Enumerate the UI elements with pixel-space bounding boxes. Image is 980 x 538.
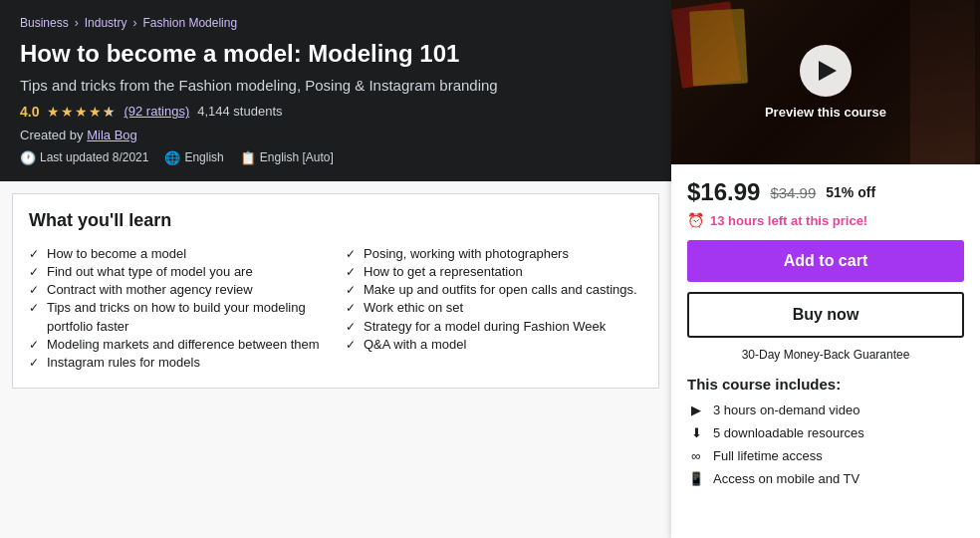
- check-icon: ✓: [29, 300, 39, 317]
- list-item: ∞ Full lifetime access: [687, 448, 964, 463]
- preview-image: Preview this course: [671, 0, 980, 164]
- list-item: 📱 Access on mobile and TV: [687, 471, 964, 486]
- download-icon: ⬇: [687, 425, 705, 440]
- includes-list: ▶ 3 hours on-demand video ⬇ 5 downloadab…: [687, 403, 964, 486]
- learn-item-text: Tips and tricks on how to build your mod…: [47, 299, 326, 335]
- list-item: ✓ Strategy for a model during Fashion We…: [346, 318, 642, 336]
- alarm-icon: ⏰: [687, 212, 704, 228]
- star-1: ★: [47, 104, 60, 120]
- breadcrumb-current: Fashion Modeling: [142, 16, 237, 30]
- learn-item-text: Contract with mother agency review: [47, 281, 253, 299]
- hero-section: Business › Industry › Fashion Modeling H…: [0, 0, 671, 181]
- sidebar: Preview this course $16.99 $34.99 51% of…: [671, 0, 980, 538]
- breadcrumb-industry[interactable]: Industry: [85, 16, 127, 30]
- rating-number: 4.0: [20, 104, 39, 120]
- list-item: ✓ Make up and outfits for open calls and…: [346, 281, 642, 299]
- list-item: ⬇ 5 downloadable resources: [687, 425, 964, 440]
- learn-item-text: Work ethic on set: [364, 299, 463, 317]
- includes-item-text: 5 downloadable resources: [713, 425, 864, 440]
- check-icon: ✓: [346, 319, 356, 336]
- check-icon: ✓: [29, 355, 39, 372]
- original-price: $34.99: [770, 184, 816, 201]
- globe-icon: 🌐: [164, 150, 180, 165]
- list-item: ✓ Instagram rules for models: [29, 354, 326, 372]
- star-half: ★★: [103, 104, 116, 120]
- add-to-cart-button[interactable]: Add to cart: [687, 240, 964, 282]
- includes-item-text: Full lifetime access: [713, 448, 823, 463]
- sidebar-body: $16.99 $34.99 51% off ⏰ 13 hours left at…: [671, 164, 980, 508]
- clock-icon: 🕐: [20, 150, 36, 165]
- meta-captions: 📋 English [Auto]: [240, 150, 334, 165]
- list-item: ✓ Find out what type of model you are: [29, 263, 326, 281]
- learn-item-text: How to get a representation: [364, 263, 523, 281]
- course-title: How to become a model: Modeling 101: [20, 40, 651, 69]
- buy-now-button[interactable]: Buy now: [687, 292, 964, 338]
- meta-language: 🌐 English: [164, 150, 223, 165]
- course-subtitle: Tips and tricks from the Fashion modelin…: [20, 77, 651, 94]
- creator-link[interactable]: Mila Bog: [87, 128, 137, 142]
- check-icon: ✓: [29, 282, 39, 299]
- list-item: ✓ Posing, working with photographers: [346, 245, 642, 263]
- learn-item-text: Posing, working with photographers: [364, 245, 569, 263]
- includes-title: This course includes:: [687, 376, 964, 393]
- star-2: ★: [61, 104, 74, 120]
- learn-column-left: ✓ How to become a model ✓ Find out what …: [29, 245, 326, 372]
- creator-label: Created by: [20, 128, 84, 142]
- current-price: $16.99: [687, 178, 760, 206]
- caption-icon: 📋: [240, 150, 256, 165]
- updated-label: Last updated 8/2021: [40, 150, 148, 164]
- learn-grid: ✓ How to become a model ✓ Find out what …: [29, 245, 642, 372]
- learn-item-text: Instagram rules for models: [47, 354, 200, 372]
- learn-item-text: Modeling markets and difference between …: [47, 336, 320, 354]
- meta-row: 🕐 Last updated 8/2021 🌐 English 📋 Englis…: [20, 150, 651, 165]
- check-icon: ✓: [346, 246, 356, 263]
- learn-column-right: ✓ Posing, working with photographers ✓ H…: [346, 245, 642, 372]
- check-icon: ✓: [346, 337, 356, 354]
- check-icon: ✓: [346, 282, 356, 299]
- star-rating: ★ ★ ★ ★ ★★: [47, 104, 116, 120]
- breadcrumb-sep2: ›: [132, 16, 136, 30]
- learn-item-text: How to become a model: [47, 245, 186, 263]
- learn-section: What you'll learn ✓ How to become a mode…: [12, 193, 659, 389]
- list-item: ✓ Q&A with a model: [346, 336, 642, 354]
- creator-row: Created by Mila Bog: [20, 128, 651, 142]
- mobile-icon: 📱: [687, 471, 705, 486]
- price-row: $16.99 $34.99 51% off: [687, 178, 964, 206]
- course-preview[interactable]: Preview this course: [671, 0, 980, 164]
- learn-item-text: Q&A with a model: [364, 336, 466, 354]
- preview-label: Preview this course: [765, 105, 886, 120]
- rating-count[interactable]: (92 ratings): [123, 104, 189, 119]
- breadcrumb-sep1: ›: [75, 16, 79, 30]
- list-item: ✓ How to become a model: [29, 245, 326, 263]
- includes-item-text: Access on mobile and TV: [713, 471, 859, 486]
- rating-row: 4.0 ★ ★ ★ ★ ★★ (92 ratings) 4,144 studen…: [20, 104, 651, 120]
- video-icon: ▶: [687, 403, 705, 417]
- breadcrumb: Business › Industry › Fashion Modeling: [20, 16, 651, 30]
- play-icon: [819, 61, 837, 81]
- list-item: ✓ How to get a representation: [346, 263, 642, 281]
- discount-badge: 51% off: [826, 184, 875, 200]
- main-content: Business › Industry › Fashion Modeling H…: [0, 0, 671, 538]
- student-count: 4,144 students: [197, 104, 282, 119]
- list-item: ✓ Contract with mother agency review: [29, 281, 326, 299]
- star-3: ★: [75, 104, 88, 120]
- preview-overlay: Preview this course: [671, 0, 980, 164]
- timer-text: 13 hours left at this price!: [710, 213, 867, 228]
- list-item: ▶ 3 hours on-demand video: [687, 403, 964, 417]
- star-4: ★: [89, 104, 102, 120]
- list-item: ✓ Modeling markets and difference betwee…: [29, 336, 326, 354]
- language-label: English: [184, 150, 223, 164]
- learn-title: What you'll learn: [29, 210, 642, 231]
- play-button[interactable]: [800, 45, 852, 97]
- list-item: ✓ Tips and tricks on how to build your m…: [29, 299, 326, 335]
- meta-updated: 🕐 Last updated 8/2021: [20, 150, 148, 165]
- list-item: ✓ Work ethic on set: [346, 299, 642, 317]
- infinity-icon: ∞: [687, 448, 705, 463]
- includes-item-text: 3 hours on-demand video: [713, 403, 859, 417]
- check-icon: ✓: [29, 264, 39, 281]
- guarantee-text: 30-Day Money-Back Guarantee: [687, 348, 964, 362]
- learn-item-text: Make up and outfits for open calls and c…: [364, 281, 637, 299]
- breadcrumb-business[interactable]: Business: [20, 16, 69, 30]
- timer-row: ⏰ 13 hours left at this price!: [687, 212, 964, 228]
- check-icon: ✓: [346, 300, 356, 317]
